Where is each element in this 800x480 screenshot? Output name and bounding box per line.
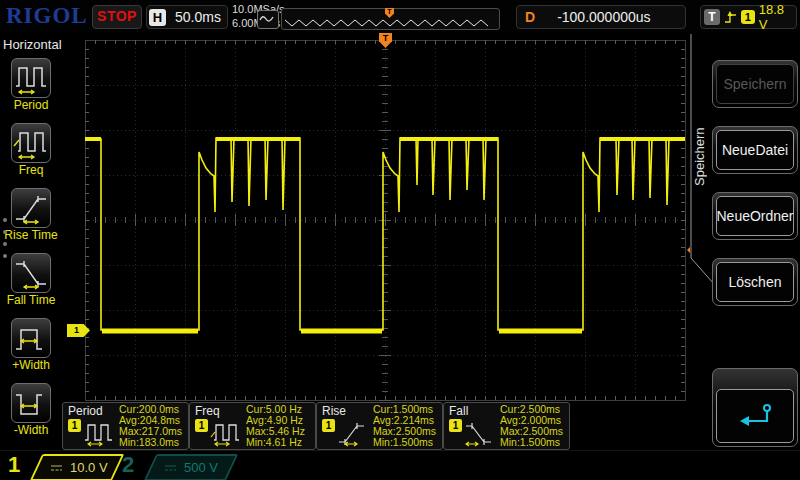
softkey-back[interactable]: [712, 368, 798, 447]
memory-wave-icon: [257, 10, 279, 29]
channel1-number: 1: [8, 452, 20, 478]
save-menu: Speichern Speichern NeueDatei NeueOrdner…: [690, 32, 800, 450]
waveform-preview-bar[interactable]: T: [281, 8, 500, 30]
softkey-label: Speichern: [716, 64, 794, 104]
status-bar: RIGOL STOP H 50.0ms 10.0MSa/s 6.00M pts …: [0, 0, 800, 33]
softkey-neueordner[interactable]: NeueOrdner: [712, 192, 798, 240]
graticule-grid: [85, 40, 685, 400]
softkey-label: NeueDatei: [716, 130, 794, 170]
measurement-panel-fall: Fall 1 Cur:2.500ms Avg:2.000ms Max:2.500…: [443, 402, 570, 450]
measurement-panel-period: Period 1 Cur:200.0ms Avg:204.8ms Max:217…: [62, 402, 189, 450]
period-icon: [12, 59, 50, 97]
menu-title: Horizontal: [3, 37, 62, 52]
run-state-badge[interactable]: STOP: [92, 5, 142, 29]
sidebar-item-rise-time[interactable]: Rise Time: [0, 188, 62, 248]
timebase-value: 50.0ms: [175, 9, 221, 25]
nwidth-icon: [12, 384, 50, 422]
dc-coupling-icon: [164, 463, 177, 473]
menu-tab-title: Speichern: [692, 42, 710, 272]
trigger-t-icon: T: [704, 9, 720, 25]
sidebar-item-label: Fall Time: [0, 293, 62, 307]
timebase-readout[interactable]: H 50.0ms: [146, 5, 228, 29]
horizontal-measure-menu: Horizontal Period Freq Rise Time: [0, 32, 62, 450]
channel-bar: 1 10.0 V 2 500 V: [0, 450, 800, 480]
channel-badge: 1: [68, 419, 81, 432]
channel1-scale: 10.0 V: [70, 460, 108, 475]
trigger-readout: T 1 18.8 V: [700, 5, 797, 29]
channel2-scale: 500 V: [184, 460, 218, 475]
trigger-level-value: 18.8 V: [759, 2, 796, 32]
freq-icon: [12, 124, 50, 162]
softkey-label: Löschen: [716, 262, 794, 302]
measurement-min: Min:4.61 Hz: [246, 437, 314, 448]
softkey-label: NeueOrdner: [716, 196, 794, 236]
channel1-tab[interactable]: 10.0 V: [30, 454, 125, 480]
sidebar-item-period[interactable]: Period: [0, 58, 62, 118]
measurement-panel-rise: Rise 1 Cur:1.500ms Avg:2.214ms Max:2.500…: [316, 402, 443, 450]
measurement-title: Period: [68, 404, 103, 418]
softkey-neuedatei[interactable]: NeueDatei: [712, 126, 798, 174]
oscilloscope-screen: RIGOL STOP H 50.0ms 10.0MSa/s 6.00M pts …: [0, 0, 800, 480]
return-arrow-icon: [733, 401, 777, 431]
measurement-panel-freq: Freq 1 Cur:5.00 Hz Avg:4.90 Hz Max:5.46 …: [189, 402, 316, 450]
softkey-loeschen[interactable]: Löschen: [712, 258, 798, 306]
delay-d-icon: D: [525, 9, 535, 25]
trigger-source-badge: 1: [741, 10, 755, 24]
sidebar-item-pwidth[interactable]: +Width: [0, 318, 62, 378]
measurement-title: Rise: [322, 404, 346, 418]
measurement-title: Fall: [449, 404, 468, 418]
rigol-logo: RIGOL: [6, 3, 88, 29]
rise-time-icon: [12, 189, 50, 227]
fall-time-icon: [464, 419, 498, 447]
freq-icon: [210, 419, 244, 447]
measurement-min: Min:183.0ms: [119, 437, 187, 448]
channel1-trace: [85, 138, 685, 331]
channel-badge: 1: [449, 419, 462, 432]
sidebar-item-label: Rise Time: [0, 228, 62, 242]
sidebar-item-label: +Width: [0, 358, 62, 372]
slope-rising-icon: [724, 10, 737, 25]
menu-page-dots: [3, 210, 7, 266]
preview-wave: [285, 20, 488, 26]
delay-readout: D -100.000000us: [516, 5, 686, 29]
measurement-min: Min:1.500ms: [373, 437, 441, 448]
sidebar-item-label: Period: [0, 98, 62, 112]
period-icon: [83, 419, 117, 447]
fall-time-icon: [12, 254, 50, 292]
sidebar-item-fall-time[interactable]: Fall Time: [0, 253, 62, 313]
measurement-title: Freq: [195, 404, 220, 418]
sidebar-item-nwidth[interactable]: -Width: [0, 383, 62, 443]
dc-coupling-icon: [50, 463, 63, 473]
channel-badge: 1: [322, 419, 335, 432]
graticule-area: T T 1: [62, 32, 692, 402]
channel2-tab[interactable]: 500 V: [144, 454, 239, 480]
rise-time-icon: [337, 419, 371, 447]
horizontal-h-icon: H: [149, 9, 166, 26]
sidebar-item-freq[interactable]: Freq: [0, 123, 62, 183]
channel2-number: 2: [122, 452, 134, 478]
delay-value: -100.000000us: [557, 9, 650, 25]
pwidth-icon: [12, 319, 50, 357]
sidebar-item-label: Freq: [0, 163, 62, 177]
channel-badge: 1: [195, 419, 208, 432]
waveform-display: [84, 39, 686, 401]
softkey-speichern[interactable]: Speichern: [712, 60, 798, 108]
sidebar-item-label: -Width: [0, 423, 62, 437]
measurement-min: Min:1.500ms: [500, 437, 568, 448]
